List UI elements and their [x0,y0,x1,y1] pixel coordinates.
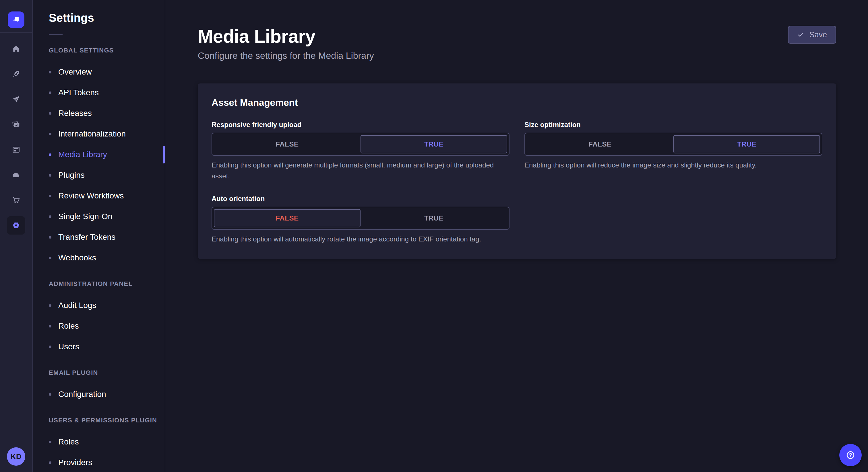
toggle-option-true[interactable]: TRUE [673,135,820,154]
bullet-icon [49,195,51,197]
field-responsive-friendly-upload: Responsive friendly upload FALSE TRUE En… [212,121,509,181]
sidebar-item-single-sign-on[interactable]: Single Sign-On [33,206,165,227]
sidebar-item-label: Media Library [58,150,107,159]
help-button[interactable] [839,444,862,466]
bullet-icon [49,215,51,218]
nav-list-administration-panel: Audit Logs Roles Users [33,295,165,357]
pictures-icon [7,115,25,134]
sidebar-item-admin-roles[interactable]: Roles [33,316,165,336]
fields-grid: Responsive friendly upload FALSE TRUE En… [212,121,823,245]
rail-icon-list [0,33,32,238]
sidebar-item-plugins[interactable]: Plugins [33,165,165,186]
save-button-label: Save [809,30,827,39]
bullet-icon [49,133,51,135]
field-size-optimization: Size optimization FALSE TRUE Enabling th… [524,121,823,181]
nav-list-email-plugin: Configuration [33,384,165,405]
field-hint: Enabling this option will reduce the ima… [524,160,823,171]
layout-icon [7,140,25,159]
bullet-icon [49,71,51,73]
sidebar-item-review-workflows[interactable]: Review Workflows [33,186,165,206]
toggle-option-true[interactable]: TRUE [361,135,507,154]
question-mark-icon [846,450,856,460]
subnav-title: Settings [33,11,165,24]
rail-item-content-manager[interactable] [0,61,32,87]
sidebar-item-releases[interactable]: Releases [33,103,165,124]
bullet-icon [49,325,51,328]
page-title-block: Media Library Configure the settings for… [198,26,374,61]
field-auto-orientation: Auto orientation FALSE TRUE Enabling thi… [212,195,509,245]
sidebar-item-transfer-tokens[interactable]: Transfer Tokens [33,227,165,247]
sidebar-item-label: Releases [58,109,92,118]
asset-management-card: Asset Management Responsive friendly upl… [198,83,836,259]
bullet-icon [49,461,51,464]
strapi-logo[interactable] [8,11,24,28]
page-header: Media Library Configure the settings for… [198,26,836,61]
cloud-icon [7,166,25,184]
toggle-option-false[interactable]: FALSE [214,209,361,227]
sidebar-item-overview[interactable]: Overview [33,62,165,82]
strapi-logo-icon [11,15,21,25]
bullet-icon [49,92,51,94]
rail-item-home[interactable] [0,36,32,61]
sidebar-item-label: Plugins [58,171,85,180]
sidebar-item-label: Roles [58,437,79,446]
field-label: Size optimization [524,121,823,129]
sidebar-item-label: API Tokens [58,88,99,97]
field-hint: Enabling this option will automatically … [212,234,509,245]
sidebar-item-media-library[interactable]: Media Library [33,144,165,165]
page-subtitle: Configure the settings for the Media Lib… [198,50,374,61]
toggle-option-true[interactable]: TRUE [361,209,507,227]
brand-area [0,0,32,33]
section-label-administration-panel: ADMINISTRATION PANEL [49,280,165,288]
sidebar-item-label: Transfer Tokens [58,233,115,242]
main-nav-rail: KD [0,0,33,472]
toggle-option-false[interactable]: FALSE [214,135,361,154]
bullet-icon [49,257,51,259]
toggle-option-false[interactable]: FALSE [527,135,673,154]
feather-icon [7,65,25,83]
bullet-icon [49,154,51,156]
cart-icon [7,191,25,209]
sidebar-item-label: Roles [58,322,79,331]
field-hint: Enabling this option will generate multi… [212,160,509,181]
sidebar-item-label: Configuration [58,390,106,399]
card-heading: Asset Management [212,97,823,108]
paper-plane-icon [7,90,25,108]
sidebar-item-up-roles[interactable]: Roles [33,432,165,452]
bullet-icon [49,174,51,177]
sidebar-item-providers[interactable]: Providers [33,452,165,472]
rail-item-media-library[interactable] [0,112,32,137]
bullet-icon [49,345,51,348]
toggle-auto-orientation: FALSE TRUE [212,207,509,230]
sidebar-item-api-tokens[interactable]: API Tokens [33,82,165,103]
sidebar-item-configuration[interactable]: Configuration [33,384,165,405]
sidebar-item-label: Providers [58,458,92,467]
home-icon [7,40,25,58]
rail-item-settings[interactable] [0,213,32,238]
bullet-icon [49,304,51,307]
sidebar-item-label: Users [58,342,79,351]
save-button[interactable]: Save [788,26,836,43]
user-avatar[interactable]: KD [7,447,25,466]
rail-item-releases[interactable] [0,87,32,112]
bullet-icon [49,236,51,239]
sidebar-item-internationalization[interactable]: Internationalization [33,124,165,144]
sidebar-item-audit-logs[interactable]: Audit Logs [33,295,165,316]
bullet-icon [49,393,51,396]
sidebar-item-label: Webhooks [58,253,96,262]
sidebar-item-label: Audit Logs [58,301,96,310]
toggle-size-optimization: FALSE TRUE [524,133,823,156]
section-label-users-permissions-plugin: USERS & PERMISSIONS PLUGIN [49,417,165,424]
sidebar-item-label: Review Workflows [58,191,124,200]
rail-item-content-type-builder[interactable] [0,137,32,162]
section-label-global-settings: GLOBAL SETTINGS [49,47,165,54]
field-label: Responsive friendly upload [212,121,509,129]
sidebar-item-webhooks[interactable]: Webhooks [33,247,165,268]
main-content: Media Library Configure the settings for… [165,0,868,472]
rail-item-deploy[interactable] [0,162,32,188]
rail-item-marketplace[interactable] [0,188,32,213]
sidebar-item-users[interactable]: Users [33,336,165,357]
check-icon [797,31,805,38]
section-label-email-plugin: EMAIL PLUGIN [49,369,165,376]
bullet-icon [49,441,51,443]
